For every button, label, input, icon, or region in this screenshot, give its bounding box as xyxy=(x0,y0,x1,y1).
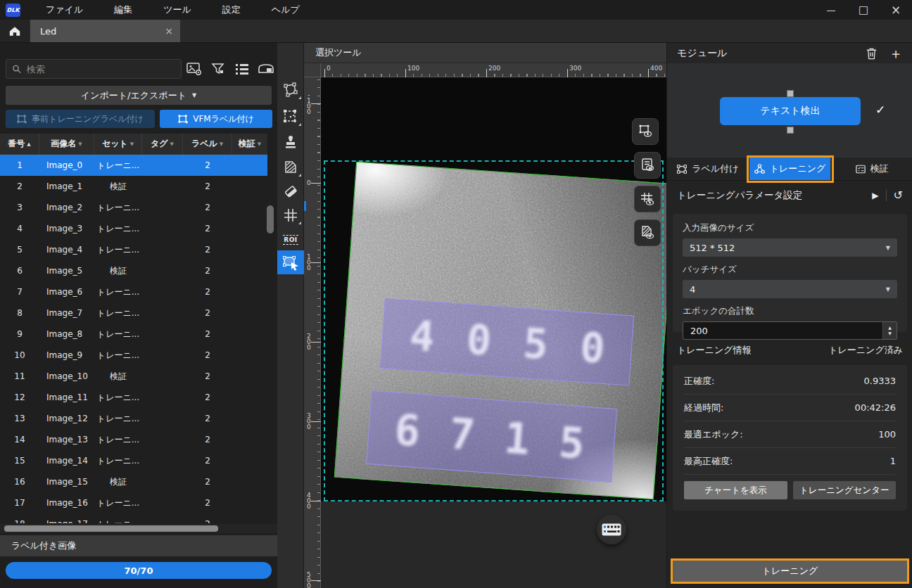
column-header-set[interactable]: セット▼ xyxy=(94,134,142,155)
ruler-tick xyxy=(311,501,321,501)
tab-labeling[interactable]: ラベル付け xyxy=(667,158,749,180)
menu-settings[interactable]: 設定 xyxy=(207,0,256,20)
table-cell: 2 xyxy=(183,366,232,387)
column-header-name[interactable]: 画像名▼ xyxy=(39,134,94,155)
vfm-labeling-button[interactable]: VFMラベル付け xyxy=(160,110,272,128)
spin-down-icon[interactable]: ▼ xyxy=(888,331,892,336)
menu-help[interactable]: ヘルプ xyxy=(256,0,315,20)
toggle-annotations-button[interactable] xyxy=(632,118,659,145)
table-row[interactable]: 1Image_0トレーニ...2 xyxy=(0,155,267,176)
table-cell xyxy=(142,429,183,450)
ruler-tick xyxy=(311,580,321,581)
ruler-corner xyxy=(304,63,321,77)
table-horizontal-scrollbar[interactable] xyxy=(4,525,218,532)
tab-close-icon[interactable]: × xyxy=(165,25,173,37)
smart-select-tool-button[interactable] xyxy=(277,105,304,129)
labeled-images-header: ラベル付き画像 xyxy=(0,535,277,556)
roi-tool-button[interactable]: ROI xyxy=(277,228,304,252)
minimize-button[interactable]: — xyxy=(815,0,847,20)
tab-training[interactable]: トレーニング xyxy=(749,158,832,180)
search-box[interactable] xyxy=(6,59,182,79)
table-cell: Image_2 xyxy=(39,197,94,218)
expand-params-icon[interactable]: ▶ xyxy=(872,191,878,200)
text-detection-module-node[interactable]: テキスト検出 xyxy=(720,97,861,125)
project-tab[interactable]: Led × xyxy=(30,20,180,42)
table-cell: トレーニ... xyxy=(94,492,142,513)
delete-module-icon[interactable] xyxy=(866,47,878,60)
column-header-tag[interactable]: タグ▼ xyxy=(142,134,183,155)
table-row[interactable]: 5Image_4トレーニ...2 xyxy=(0,239,267,260)
column-header-label[interactable]: ラベル▼ xyxy=(183,134,232,155)
training-center-button[interactable]: トレーニングセンター xyxy=(793,481,897,499)
table-row[interactable]: 9Image_8トレーニ...2 xyxy=(0,324,267,345)
search-input[interactable] xyxy=(25,63,175,75)
stamp-tool-button[interactable] xyxy=(277,132,304,155)
toggle-label-list-button[interactable] xyxy=(634,152,661,179)
table-row[interactable]: 3Image_2トレーニ...2 xyxy=(0,197,267,218)
menu-edit[interactable]: 編集 xyxy=(99,0,148,20)
maximize-button[interactable]: □ xyxy=(847,0,880,20)
node-input-handle[interactable] xyxy=(787,90,794,97)
table-cell xyxy=(142,324,183,345)
table-cell xyxy=(232,450,267,471)
toggle-mask-button[interactable] xyxy=(634,219,661,246)
batch-size-dropdown[interactable]: 4 ▼ xyxy=(683,280,897,298)
menu-tools[interactable]: ツール xyxy=(148,0,207,20)
table-row[interactable]: 11Image_10検証2 xyxy=(0,366,267,387)
virtual-keyboard-button[interactable] xyxy=(597,515,626,544)
table-row[interactable]: 8Image_7トレーニ...2 xyxy=(0,302,267,324)
table-row[interactable]: 18Image_17トレーニ...2 xyxy=(0,513,267,523)
table-row[interactable]: 16Image_15検証2 xyxy=(0,471,267,492)
home-tab-button[interactable] xyxy=(0,20,30,42)
ruler-tick xyxy=(311,183,321,184)
input-size-dropdown[interactable]: 512 * 512 ▼ xyxy=(683,238,897,257)
close-button[interactable]: × xyxy=(880,0,912,20)
mask-tool-button[interactable] xyxy=(277,155,304,179)
table-row[interactable]: 14Image_13トレーニ...2 xyxy=(0,429,267,450)
column-header-verify[interactable]: 検証▼ xyxy=(232,134,267,155)
module-valid-check-icon: ✓ xyxy=(875,103,885,117)
reset-params-icon[interactable]: ↺ xyxy=(894,188,903,202)
table-cell: 16 xyxy=(0,471,39,492)
import-export-button[interactable]: インポート/エクスポート ▼ xyxy=(6,86,272,105)
grid-tool-button[interactable] xyxy=(277,203,304,227)
table-row[interactable]: 12Image_11トレーニ...2 xyxy=(0,387,267,408)
table-vertical-scrollbar[interactable] xyxy=(267,205,274,234)
column-header-number[interactable]: 番号▲ xyxy=(0,134,39,155)
table-cell xyxy=(142,387,183,408)
layout-view-icon[interactable] xyxy=(257,60,275,78)
node-output-handle[interactable] xyxy=(787,127,794,134)
table-row[interactable]: 7Image_6トレーニ...2 xyxy=(0,281,267,302)
spin-up-icon[interactable]: ▲ xyxy=(888,325,892,331)
start-training-button[interactable]: トレーニング xyxy=(673,561,907,582)
mask-visibility-icon xyxy=(640,225,655,241)
table-row[interactable]: 15Image_14トレーニ...2 xyxy=(0,450,267,471)
epochs-spinbox[interactable]: 200 ▲ ▼ xyxy=(683,321,897,340)
image-tools-icon[interactable] xyxy=(185,60,203,78)
roi-rectangle[interactable] xyxy=(324,160,664,501)
eraser-tool-button[interactable] xyxy=(277,179,304,203)
add-module-icon[interactable]: ＋ xyxy=(889,46,903,60)
table-row[interactable]: 4Image_3トレーニ...2 xyxy=(0,218,267,239)
ruler-tick xyxy=(405,69,406,77)
select-tool-button[interactable] xyxy=(277,250,304,274)
table-cell: 2 xyxy=(183,345,232,366)
show-chart-button[interactable]: チャートを表示 xyxy=(684,481,787,499)
pretrain-labeling-button[interactable]: 事前トレーニングラベル付け xyxy=(6,110,155,128)
table-row[interactable]: 2Image_1検証2 xyxy=(0,176,267,197)
toggle-grid-button[interactable] xyxy=(634,186,661,212)
table-row[interactable]: 10Image_9トレーニ...2 xyxy=(0,345,267,366)
table-cell: トレーニ... xyxy=(94,429,142,450)
table-row[interactable]: 6Image_5検証2 xyxy=(0,260,267,281)
tab-validation[interactable]: 検証 xyxy=(831,158,912,180)
menu-file[interactable]: ファイル xyxy=(30,0,99,20)
ruler-label: 3 0 0 xyxy=(307,413,311,430)
table-cell: Image_11 xyxy=(39,387,94,408)
spinner-buttons[interactable]: ▲ ▼ xyxy=(882,322,897,339)
submenu-indicator xyxy=(298,222,301,224)
table-row[interactable]: 17Image_16トレーニ...2 xyxy=(0,492,267,513)
table-row[interactable]: 13Image_12トレーニ...2 xyxy=(0,408,267,429)
polygon-tool-button[interactable] xyxy=(277,78,304,102)
list-view-icon[interactable] xyxy=(233,60,251,78)
filter-icon[interactable] xyxy=(209,60,227,78)
